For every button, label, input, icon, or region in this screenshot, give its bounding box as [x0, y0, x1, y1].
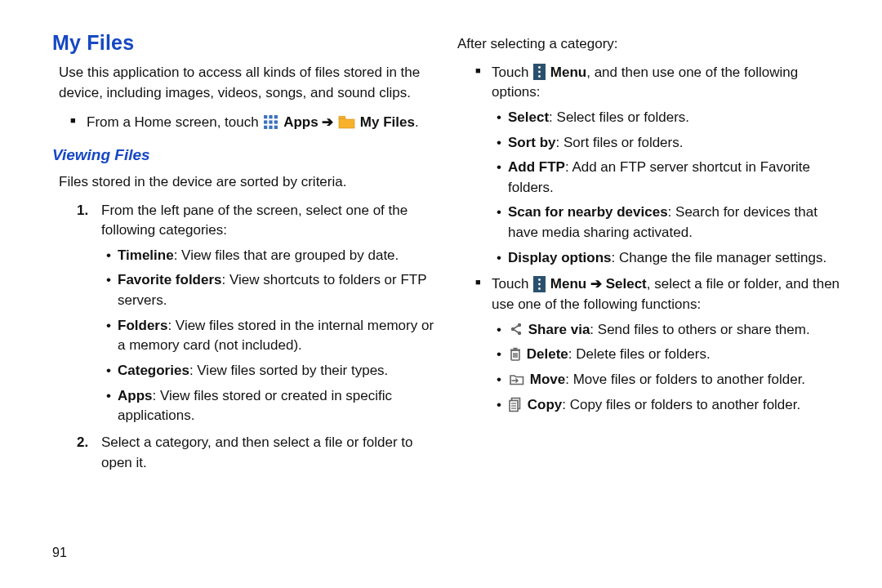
move-folder-icon — [509, 372, 525, 386]
opt-bold: Display options — [508, 250, 612, 265]
opt-bold: Sort by — [508, 135, 556, 150]
action-item: Copy: Copy files or folders to another f… — [494, 395, 843, 416]
action-item: Share via: Send files to others or share… — [494, 320, 843, 341]
action-rest: : Move files or folders to another folde… — [565, 372, 805, 387]
menu-option: Display options: Change the file manager… — [494, 248, 843, 269]
svg-rect-9 — [339, 116, 345, 118]
apps-grid-icon — [263, 114, 278, 130]
svg-line-22 — [513, 329, 519, 333]
opt-bold: Scan for nearby devices — [508, 204, 668, 220]
svg-rect-5 — [274, 121, 278, 124]
action-item: Delete: Delete files or folders. — [494, 345, 843, 365]
viewing-files-heading: Viewing Files — [52, 146, 438, 164]
menu-option: Scan for nearby devices: Search for devi… — [494, 203, 843, 243]
category-item: Apps: View files stored or created in sp… — [104, 386, 438, 426]
svg-rect-0 — [264, 115, 267, 118]
home-instruction-period: . — [415, 114, 419, 130]
more-menu-icon — [533, 276, 546, 292]
steps-list: 1. From the left pane of the screen, sel… — [52, 198, 438, 480]
arrow-icon: ➔ — [322, 114, 333, 130]
menu-label: Menu — [550, 276, 586, 292]
cat-bold: Folders — [118, 318, 167, 333]
category-item: Categories: View files sorted by their t… — [104, 361, 438, 381]
svg-point-12 — [538, 71, 541, 74]
step-number: 2. — [77, 433, 88, 453]
actions-list: Share via: Send files to others or share… — [494, 320, 843, 416]
action-bold: Move — [530, 372, 565, 387]
cat-rest: : View files sorted by their types. — [189, 363, 388, 378]
action-bold: Delete — [527, 346, 568, 362]
svg-rect-2 — [274, 115, 278, 118]
svg-rect-8 — [274, 126, 278, 129]
action-item: Move: Move files or folders to another f… — [494, 370, 843, 390]
action-bold: Copy — [528, 397, 563, 412]
share-icon — [509, 322, 523, 336]
left-column: My Files Use this application to access … — [52, 31, 438, 568]
menu-touch-item: Touch Menu, and then use one of the foll… — [457, 63, 843, 269]
action-rest: : Copy files or folders to another folde… — [562, 397, 800, 412]
action-rest: : Send files to others or share them. — [590, 322, 809, 337]
cat-rest: : View files that are grouped by date. — [174, 247, 399, 263]
opt-rest: : Select files or folders. — [549, 109, 689, 125]
trash-icon — [509, 347, 522, 362]
right-column: After selecting a category: Touch Menu, … — [457, 31, 843, 568]
step-text: From the left pane of the screen, select… — [101, 203, 408, 238]
my-files-label: My Files — [360, 114, 415, 130]
svg-rect-28 — [514, 348, 518, 350]
svg-point-13 — [538, 75, 541, 78]
svg-point-16 — [538, 283, 541, 286]
svg-rect-4 — [270, 121, 273, 124]
svg-rect-7 — [270, 126, 273, 129]
category-item: Timeline: View files that are grouped by… — [104, 246, 438, 266]
opt-rest: : Change the file manager settings. — [612, 250, 827, 265]
intro-paragraph: Use this application to access all kinds… — [59, 63, 438, 103]
touch-prefix: Touch — [492, 276, 532, 292]
svg-rect-3 — [264, 121, 267, 124]
svg-rect-1 — [270, 115, 273, 118]
step-text: Select a category, and then select a fil… — [101, 434, 412, 470]
home-instruction-item: From a Home screen, touch Apps ➔ — [52, 113, 438, 133]
sorted-text: Files stored in the device are sorted by… — [59, 172, 438, 193]
step-number: 1. — [77, 201, 88, 221]
category-item: Folders: View files stored in the intern… — [104, 316, 438, 356]
copy-icon — [509, 397, 523, 412]
cat-bold: Categories — [118, 363, 189, 378]
menu-options-list: Select: Select files or folders. Sort by… — [494, 108, 843, 268]
menu-option: Select: Select files or folders. — [494, 108, 843, 128]
cat-bold: Apps — [118, 388, 153, 403]
svg-point-17 — [538, 287, 541, 290]
home-instruction-list: From a Home screen, touch Apps ➔ — [52, 109, 438, 140]
arrow-icon: ➔ — [590, 276, 602, 292]
step-1: 1. From the left pane of the screen, sel… — [52, 201, 438, 426]
apps-label: Apps — [283, 114, 318, 130]
menu-option: Sort by: Sort files or folders. — [494, 133, 843, 154]
svg-point-11 — [538, 66, 541, 69]
cat-rest: : View files stored or created in specif… — [118, 388, 392, 424]
touch-prefix: Touch — [492, 65, 532, 80]
menu-select-item: Touch Menu ➔ Select, select a file or fo… — [457, 274, 843, 415]
more-menu-icon — [533, 64, 546, 80]
svg-point-15 — [538, 278, 541, 281]
select-label: Select — [606, 276, 647, 292]
opt-bold: Select — [508, 109, 549, 125]
page-number: 91 — [52, 546, 67, 560]
cat-bold: Favorite folders — [118, 272, 222, 287]
menu-label: Menu — [550, 65, 586, 80]
step-2: 2. Select a category, and then select a … — [52, 433, 438, 473]
home-instruction-prefix: From a Home screen, touch — [87, 114, 262, 130]
opt-bold: Add FTP — [508, 159, 565, 175]
opt-rest: : Sort files or folders. — [556, 135, 684, 150]
categories-list: Timeline: View files that are grouped by… — [104, 246, 438, 426]
svg-line-21 — [513, 325, 519, 329]
folder-icon — [338, 115, 355, 129]
after-selecting-text: After selecting a category: — [457, 34, 843, 55]
section-title: My Files — [52, 31, 438, 55]
svg-rect-6 — [264, 126, 267, 129]
menu-option: Add FTP: Add an FTP server shortcut in F… — [494, 158, 843, 198]
category-item: Favorite folders: View shortcuts to fold… — [104, 270, 438, 310]
action-bold: Share via — [528, 322, 590, 337]
after-category-list: Touch Menu, and then use one of the foll… — [457, 60, 843, 422]
action-rest: : Delete files or folders. — [568, 346, 710, 362]
cat-bold: Timeline — [118, 247, 174, 263]
